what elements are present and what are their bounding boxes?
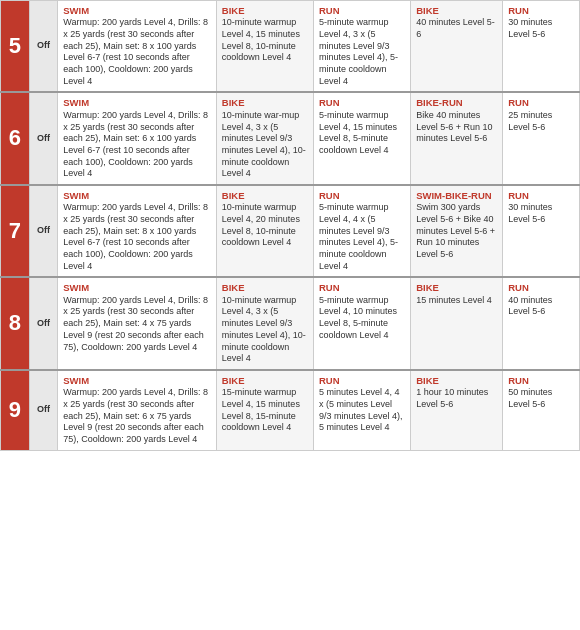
off-day-8: Off (29, 277, 58, 369)
bike2-label-8: BIKE (416, 282, 497, 294)
run2-label-9: RUN (508, 375, 574, 387)
bike-label-9: BIKE (222, 375, 308, 387)
bike-content-8: 10-minute warmup Level 4, 3 x (5 minutes… (222, 295, 308, 365)
bike2-content-9: 1 hour 10 minutes Level 5-6 (416, 387, 497, 410)
run-content-5: 5-minute warmup Level 4, 3 x (5 minutes … (319, 17, 405, 87)
swim-content-6: Warmup: 200 yards Level 4, Drills: 8 x 2… (63, 110, 211, 180)
week-number-7: 7 (1, 185, 30, 277)
swim-cell-6: SWIM Warmup: 200 yards Level 4, Drills: … (58, 92, 217, 184)
run-content-6: 5-minute warmup Level 4, 15 minutes Leve… (319, 110, 405, 157)
run2-cell-8: RUN 40 minutes Level 5-6 (503, 277, 580, 369)
bike2-content-6: Bike 40 minutes Level 5-6 + Run 10 minut… (416, 110, 497, 145)
bike2-cell-7: SWIM-BIKE-RUN Swim 300 yards Level 5-6 +… (411, 185, 503, 277)
bike2-cell-5: BIKE 40 minutes Level 5-6 (411, 1, 503, 93)
training-schedule: 5 Off SWIM Warmup: 200 yards Level 4, Dr… (0, 0, 580, 451)
bike-cell-9: BIKE 15-minute warmup Level 4, 15 minute… (216, 370, 313, 450)
run-cell-6: RUN 5-minute warmup Level 4, 15 minutes … (314, 92, 411, 184)
bike2-cell-8: BIKE 15 minutes Level 4 (411, 277, 503, 369)
run2-label-6: RUN (508, 97, 574, 109)
run2-cell-9: RUN 50 minutes Level 5-6 (503, 370, 580, 450)
bike-label-8: BIKE (222, 282, 308, 294)
run2-content-6: 25 minutes Level 5-6 (508, 110, 574, 133)
run-label-8: RUN (319, 282, 405, 294)
bike-label-7: BIKE (222, 190, 308, 202)
week-number-9: 9 (1, 370, 30, 450)
run2-label-7: RUN (508, 190, 574, 202)
run-cell-7: RUN 5-minute warmup Level 4, 4 x (5 minu… (314, 185, 411, 277)
bike2-cell-9: BIKE 1 hour 10 minutes Level 5-6 (411, 370, 503, 450)
bike-content-6: 10-minute war-mup Level 4, 3 x (5 minute… (222, 110, 308, 180)
bike2-content-7: Swim 300 yards Level 5-6 + Bike 40 minut… (416, 202, 497, 260)
run-label-6: RUN (319, 97, 405, 109)
off-day-7: Off (29, 185, 58, 277)
run-label-9: RUN (319, 375, 405, 387)
swim-cell-7: SWIM Warmup: 200 yards Level 4, Drills: … (58, 185, 217, 277)
run-content-9: 5 minutes Level 4, 4 x (5 minutes Level … (319, 387, 405, 434)
swim-label-6: SWIM (63, 97, 211, 109)
swim-content-9: Warmup: 200 yards Level 4, Drills: 8 x 2… (63, 387, 211, 445)
run-content-7: 5-minute warmup Level 4, 4 x (5 minutes … (319, 202, 405, 272)
swim-label-9: SWIM (63, 375, 211, 387)
run2-content-9: 50 minutes Level 5-6 (508, 387, 574, 410)
run-cell-5: RUN 5-minute warmup Level 4, 3 x (5 minu… (314, 1, 411, 93)
run2-content-5: 30 minutes Level 5-6 (508, 17, 574, 40)
bike2-label-7: SWIM-BIKE-RUN (416, 190, 497, 202)
run-label-7: RUN (319, 190, 405, 202)
run2-content-7: 30 minutes Level 5-6 (508, 202, 574, 225)
run-content-8: 5-minute warmup Level 4, 10 minutes Leve… (319, 295, 405, 342)
week-number-6: 6 (1, 92, 30, 184)
bike-content-9: 15-minute warmup Level 4, 15 minutes Lev… (222, 387, 308, 434)
bike-label-5: BIKE (222, 5, 308, 17)
off-day-5: Off (29, 1, 58, 93)
swim-cell-9: SWIM Warmup: 200 yards Level 4, Drills: … (58, 370, 217, 450)
run2-label-8: RUN (508, 282, 574, 294)
swim-content-7: Warmup: 200 yards Level 4, Drills: 8 x 2… (63, 202, 211, 272)
run2-cell-6: RUN 25 minutes Level 5-6 (503, 92, 580, 184)
run-cell-8: RUN 5-minute warmup Level 4, 10 minutes … (314, 277, 411, 369)
off-day-9: Off (29, 370, 58, 450)
bike2-label-5: BIKE (416, 5, 497, 17)
swim-content-5: Warmup: 200 yards Level 4, Drills: 8 x 2… (63, 17, 211, 87)
run-label-5: RUN (319, 5, 405, 17)
bike-cell-8: BIKE 10-minute warmup Level 4, 3 x (5 mi… (216, 277, 313, 369)
bike-cell-5: BIKE 10-minute warmup Level 4, 15 minute… (216, 1, 313, 93)
bike-cell-7: BIKE 10-minute warmup Level 4, 20 minute… (216, 185, 313, 277)
swim-label-7: SWIM (63, 190, 211, 202)
run-cell-9: RUN 5 minutes Level 4, 4 x (5 minutes Le… (314, 370, 411, 450)
swim-content-8: Warmup: 200 yards Level 4, Drills: 8 x 2… (63, 295, 211, 353)
run2-label-5: RUN (508, 5, 574, 17)
bike-cell-6: BIKE 10-minute war-mup Level 4, 3 x (5 m… (216, 92, 313, 184)
bike-content-5: 10-minute warmup Level 4, 15 minutes Lev… (222, 17, 308, 64)
bike2-content-5: 40 minutes Level 5-6 (416, 17, 497, 40)
run2-content-8: 40 minutes Level 5-6 (508, 295, 574, 318)
bike2-label-9: BIKE (416, 375, 497, 387)
swim-cell-5: SWIM Warmup: 200 yards Level 4, Drills: … (58, 1, 217, 93)
bike2-label-6: BIKE-RUN (416, 97, 497, 109)
run2-cell-7: RUN 30 minutes Level 5-6 (503, 185, 580, 277)
bike-content-7: 10-minute warmup Level 4, 20 minutes Lev… (222, 202, 308, 249)
bike2-cell-6: BIKE-RUN Bike 40 minutes Level 5-6 + Run… (411, 92, 503, 184)
run2-cell-5: RUN 30 minutes Level 5-6 (503, 1, 580, 93)
swim-label-8: SWIM (63, 282, 211, 294)
bike2-content-8: 15 minutes Level 4 (416, 295, 497, 307)
swim-cell-8: SWIM Warmup: 200 yards Level 4, Drills: … (58, 277, 217, 369)
week-number-8: 8 (1, 277, 30, 369)
bike-label-6: BIKE (222, 97, 308, 109)
week-number-5: 5 (1, 1, 30, 93)
off-day-6: Off (29, 92, 58, 184)
swim-label-5: SWIM (63, 5, 211, 17)
